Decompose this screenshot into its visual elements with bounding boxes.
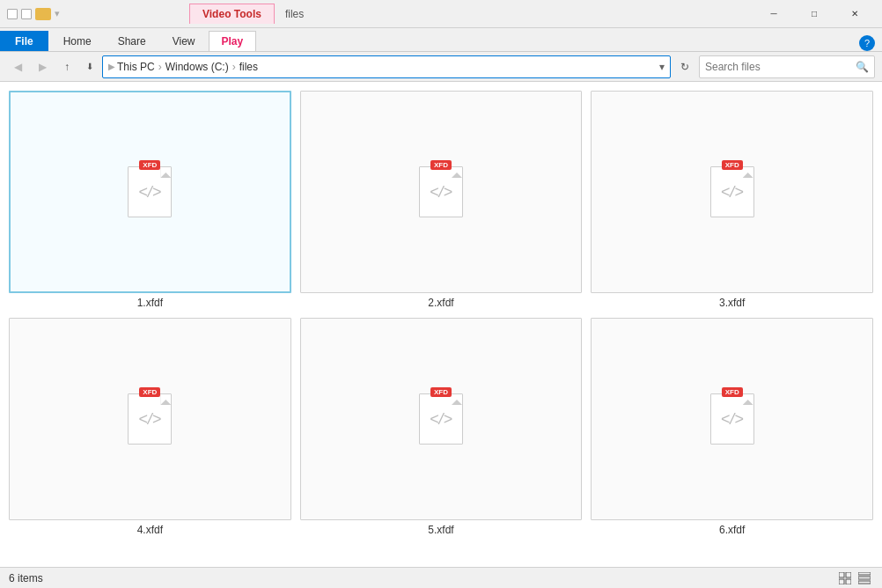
path-files[interactable]: files [239, 61, 258, 73]
xfdf-badge-3: XFD [722, 160, 743, 170]
xfdf-icon-2: XFD </> [415, 166, 467, 217]
title-bar: ▾ Video Tools files ─ □ ✕ [0, 0, 882, 28]
svg-rect-5 [858, 577, 871, 579]
file-item-5[interactable]: XFD </> 5.xfdf [300, 318, 583, 536]
file-name-4: 4.xfdf [137, 524, 163, 536]
details-view-button[interactable] [856, 570, 873, 587]
path-sep-2: › [232, 61, 236, 73]
tab-share[interactable]: Share [105, 31, 159, 51]
window-title-label: files [276, 4, 312, 24]
svg-rect-6 [858, 581, 871, 584]
refresh-button[interactable]: ↻ [674, 56, 695, 77]
address-dropdown[interactable]: ▾ [659, 61, 665, 73]
xfdf-icon-4: XFD </> [123, 393, 176, 445]
status-bar: 6 items [0, 567, 882, 588]
maximize-button[interactable]: □ [794, 0, 834, 28]
quick-access-dropdown[interactable]: ▾ [55, 8, 60, 19]
xfdf-badge-2: XFD [430, 160, 452, 170]
view-controls [836, 570, 873, 587]
xfdf-code-2: </> [430, 184, 452, 200]
ribbon: File Home Share View Play ? [0, 28, 882, 52]
svg-rect-3 [846, 579, 851, 584]
file-item-6[interactable]: XFD </> 6.xfdf [591, 318, 873, 536]
large-icons-view-button[interactable] [836, 570, 854, 587]
file-thumbnail-2: XFD </> [300, 91, 583, 293]
search-input[interactable] [705, 61, 852, 73]
file-grid: XFD </> 1.xfdf XFD </> 2.xfdf XFD </> 3.… [9, 91, 873, 536]
ribbon-tab-video-tools[interactable]: Video Tools [189, 4, 275, 24]
xfdf-paper-6: XFD </> [710, 393, 754, 445]
file-thumbnail-1: XFD </> [9, 91, 291, 293]
path-this-pc[interactable]: This PC [117, 61, 155, 73]
xfdf-paper-5: XFD </> [419, 393, 463, 445]
xfdf-code-6: </> [721, 411, 744, 427]
file-name-3: 3.xfdf [719, 297, 745, 309]
file-thumbnail-5: XFD </> [300, 318, 583, 520]
main-content: XFD </> 1.xfdf XFD </> 2.xfdf XFD </> 3.… [0, 82, 882, 567]
close-button[interactable]: ✕ [834, 0, 875, 28]
quick-access-icon-2[interactable] [21, 9, 32, 19]
file-name-2: 2.xfdf [428, 297, 453, 309]
xfdf-badge-4: XFD [139, 387, 160, 397]
xfdf-paper-4: XFD </> [128, 393, 172, 445]
help-button[interactable]: ? [859, 35, 875, 51]
back-button[interactable]: ◀ [7, 56, 28, 77]
file-item-3[interactable]: XFD </> 3.xfdf [591, 91, 873, 309]
tab-view[interactable]: View [159, 31, 209, 51]
tab-play[interactable]: Play [209, 31, 257, 51]
file-name-5: 5.xfdf [428, 524, 453, 536]
xfdf-paper-3: XFD </> [710, 166, 754, 217]
path-windows-c[interactable]: Windows (C:) [165, 61, 229, 73]
file-name-6: 6.xfdf [719, 524, 745, 536]
search-box[interactable]: 🔍 [699, 55, 875, 78]
title-bar-left: ▾ [7, 8, 753, 20]
folder-icon [35, 8, 51, 20]
path-folder-icon: ▶ [108, 62, 115, 71]
xfdf-code-4: </> [138, 411, 161, 427]
svg-rect-0 [839, 572, 844, 577]
recent-locations-button[interactable]: ⬇ [81, 58, 99, 76]
xfdf-icon-3: XFD </> [706, 166, 759, 217]
tab-file[interactable]: File [0, 31, 48, 51]
ribbon-help: ? [859, 35, 882, 51]
search-icon: 🔍 [856, 61, 869, 73]
xfdf-icon-6: XFD </> [706, 393, 759, 445]
forward-button[interactable]: ▶ [32, 56, 53, 77]
item-count: 6 items [9, 572, 43, 584]
address-path[interactable]: ▶ This PC › Windows (C:) › files ▾ [102, 55, 671, 78]
svg-rect-1 [846, 572, 851, 577]
svg-rect-4 [858, 572, 871, 575]
file-name-1: 1.xfdf [137, 297, 163, 309]
xfdf-code-3: </> [721, 184, 744, 200]
window-controls: ─ □ ✕ [753, 0, 875, 28]
xfdf-badge-1: XFD [139, 160, 160, 170]
xfdf-badge-6: XFD [722, 387, 743, 397]
ribbon-tabs: File Home Share View Play ? [0, 28, 882, 51]
address-bar: ◀ ▶ ↑ ⬇ ▶ This PC › Windows (C:) › files… [0, 52, 882, 82]
path-sep-1: › [158, 61, 162, 73]
xfdf-badge-5: XFD [430, 387, 452, 397]
file-item-2[interactable]: XFD </> 2.xfdf [300, 91, 583, 309]
minimize-button[interactable]: ─ [753, 0, 794, 28]
file-item-4[interactable]: XFD </> 4.xfdf [9, 318, 291, 536]
file-item-1[interactable]: XFD </> 1.xfdf [9, 91, 291, 309]
file-thumbnail-6: XFD </> [591, 318, 873, 520]
file-thumbnail-3: XFD </> [591, 91, 873, 293]
up-button[interactable]: ↑ [56, 56, 77, 77]
file-thumbnail-4: XFD </> [9, 318, 291, 520]
tab-home[interactable]: Home [50, 31, 105, 51]
title-ribbon-tabs: Video Tools files [189, 4, 312, 24]
quick-access-icon-1[interactable] [7, 9, 18, 19]
xfdf-paper-1: XFD </> [128, 166, 172, 217]
svg-rect-2 [839, 579, 844, 584]
xfdf-code-5: </> [430, 411, 452, 427]
xfdf-code-1: </> [138, 184, 161, 200]
xfdf-paper-2: XFD </> [419, 166, 463, 217]
xfdf-icon-1: XFD </> [123, 166, 176, 217]
xfdf-icon-5: XFD </> [415, 393, 467, 445]
